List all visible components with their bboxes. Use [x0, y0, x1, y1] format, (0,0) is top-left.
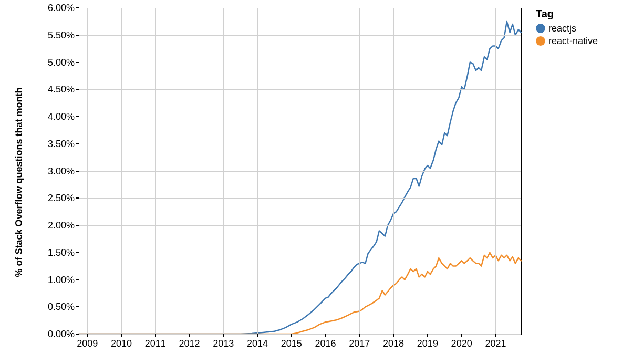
gridline-h: [79, 144, 521, 144]
gridline-v: [393, 8, 394, 334]
legend: Tag reactjsreact-native: [536, 8, 598, 47]
y-axis-label: % of Stack Overflow questions that month: [14, 87, 25, 277]
gridline-v: [223, 8, 224, 334]
y-tick-label: 2.50%: [48, 193, 79, 204]
plot-area: 0.00%0.50%1.00%1.50%2.00%2.50%3.00%3.50%…: [79, 8, 522, 335]
gridline-h: [79, 307, 521, 307]
gridline-h: [79, 171, 521, 172]
gridline-h: [79, 280, 521, 280]
legend-label: react-native: [548, 35, 598, 47]
series-react-native: [79, 253, 521, 334]
legend-swatch: [536, 36, 545, 46]
x-tick-label: 2010: [111, 334, 132, 349]
gridline-v: [87, 8, 88, 334]
legend-title: Tag: [536, 8, 598, 20]
y-tick-label: 5.50%: [48, 29, 79, 40]
x-tick-label: 2011: [145, 334, 166, 349]
gridline-v: [359, 8, 360, 334]
gridline-h: [79, 225, 521, 226]
x-tick-label: 2015: [281, 334, 302, 349]
x-tick-label: 2018: [383, 334, 404, 349]
gridline-v: [121, 8, 122, 334]
x-tick-label: 2013: [213, 334, 234, 349]
gridline-h: [79, 117, 521, 117]
y-tick-label: 3.00%: [48, 165, 79, 176]
gridline-v: [495, 8, 496, 334]
y-tick-label: 1.50%: [48, 247, 79, 258]
y-tick-label: 4.50%: [48, 84, 79, 95]
legend-item-react-native[interactable]: react-native: [536, 35, 598, 47]
chart-container: % of Stack Overflow questions that month…: [0, 0, 622, 364]
gridline-v: [428, 8, 428, 334]
y-tick-label: 2.00%: [48, 220, 79, 231]
legend-label: reactjs: [548, 22, 576, 35]
series-reactjs: [79, 22, 521, 334]
gridline-v: [292, 8, 292, 334]
gridline-h: [79, 8, 521, 8]
y-tick-label: 0.50%: [48, 301, 79, 313]
y-tick-label: 4.00%: [48, 111, 79, 122]
x-tick-label: 2020: [451, 334, 472, 349]
gridline-v: [190, 8, 190, 334]
legend-item-reactjs[interactable]: reactjs: [536, 22, 598, 35]
y-tick-label: 6.00%: [48, 3, 79, 14]
gridline-v: [462, 8, 462, 334]
x-tick-label: 2016: [315, 334, 336, 349]
y-tick-label: 3.50%: [48, 138, 79, 149]
y-tick-label: 0.00%: [48, 329, 79, 340]
gridline-h: [79, 63, 521, 63]
x-tick-label: 2019: [417, 334, 438, 349]
gridline-v: [156, 8, 156, 334]
gridline-v: [257, 8, 258, 334]
y-tick-label: 1.00%: [48, 274, 79, 285]
x-tick-label: 2014: [247, 334, 268, 349]
gridline-h: [79, 35, 521, 36]
gridline-h: [79, 198, 521, 199]
gridline-h: [79, 253, 521, 253]
x-tick-label: 2021: [485, 334, 506, 349]
legend-swatch: [536, 24, 545, 33]
x-tick-label: 2017: [349, 334, 370, 349]
x-tick-label: 2009: [77, 334, 98, 349]
gridline-v: [326, 8, 326, 334]
gridline-h: [79, 89, 521, 90]
y-tick-label: 5.00%: [48, 57, 79, 68]
x-tick-label: 2012: [179, 334, 200, 349]
